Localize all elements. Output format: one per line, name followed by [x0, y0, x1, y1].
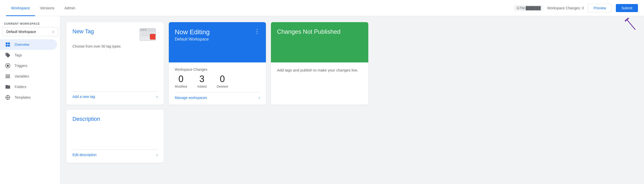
tag-red-overlay [150, 34, 156, 40]
svg-rect-9 [6, 76, 10, 77]
tab-versions[interactable]: Versions [35, 0, 60, 16]
sidebar-item-label-folders: Folders [15, 85, 26, 89]
overview-icon [5, 42, 11, 47]
now-editing-header: Now Editing Default Workspace ⋮ [169, 22, 266, 62]
folders-icon [5, 84, 11, 90]
description-title: Description [72, 116, 158, 122]
nav-right: GTM-██████ Workspace Changes: 3 Preview … [514, 4, 638, 12]
content-area: New Tag [60, 16, 644, 184]
svg-rect-5 [8, 45, 10, 47]
tags-icon [5, 52, 11, 58]
svg-rect-4 [6, 45, 8, 47]
browser-icon [140, 28, 156, 41]
dot2 [143, 29, 144, 30]
now-editing-title: Now Editing [175, 28, 210, 36]
modified-count: 0 [175, 75, 187, 84]
changes-header: Changes Not Published [271, 22, 368, 62]
svg-line-1 [627, 20, 635, 30]
sidebar-item-overview[interactable]: Overview [0, 39, 57, 50]
modified-label: Modified [175, 85, 187, 88]
workspace-changes-title: Workspace Changes [175, 67, 260, 71]
chevron-right-icon: › [259, 96, 260, 100]
changes-stats: 0 Modified 3 Added 0 Deleted [175, 75, 260, 88]
tag-icon [140, 28, 158, 42]
sidebar-item-variables[interactable]: Variables [0, 71, 57, 82]
new-tag-card: New Tag [66, 22, 164, 105]
nav-tabs: Workspace Versions Admin [6, 0, 80, 16]
workspace-changes-count: Workspace Changes: 3 [547, 6, 584, 10]
svg-rect-3 [8, 43, 10, 44]
now-editing-card: Now Editing Default Workspace ⋮ Workspac… [169, 22, 266, 105]
variables-icon [5, 73, 11, 79]
chevron-right-icon: › [53, 29, 54, 34]
changes-body: Add tags and publish to make your change… [271, 62, 368, 105]
now-editing-text: Now Editing Default Workspace [175, 28, 210, 42]
changes-not-published-card: Changes Not Published Add tags and publi… [271, 22, 368, 105]
chevron-right-icon: › [156, 95, 158, 99]
new-tag-header: New Tag [72, 28, 158, 42]
browser-bar [140, 28, 155, 31]
preview-button[interactable]: Preview [588, 4, 612, 12]
templates-icon [5, 95, 11, 100]
manage-workspaces-link[interactable]: Manage workspaces › [175, 92, 260, 100]
now-editing-subtitle: Default Workspace [175, 37, 210, 42]
tab-workspace[interactable]: Workspace [6, 0, 35, 16]
sidebar-item-triggers[interactable]: Triggers [0, 60, 57, 71]
triggers-icon [5, 63, 11, 68]
changes-body-text: Add tags and publish to make your change… [277, 67, 362, 73]
gtm-id: GTM-██████ [514, 5, 543, 11]
description-card: Description Edit description › [66, 110, 164, 163]
sidebar-item-label-variables: Variables [15, 74, 29, 78]
sidebar-item-folders[interactable]: Folders [0, 82, 57, 92]
main-layout: CURRENT WORKSPACE Default Workspace › Ov… [0, 16, 644, 184]
deleted-label: Deleted [217, 85, 228, 88]
added-count: 3 [197, 75, 207, 84]
deleted-count: 0 [217, 75, 228, 84]
chevron-right-icon: › [156, 153, 158, 157]
sidebar-nav: Overview Tags Triggers [0, 39, 60, 103]
tab-admin[interactable]: Admin [59, 0, 80, 16]
svg-rect-10 [6, 78, 10, 78]
dot3 [145, 29, 146, 30]
sidebar-item-label-templates: Templates [15, 95, 31, 99]
svg-rect-2 [6, 43, 8, 44]
sidebar-item-tags[interactable]: Tags [0, 50, 57, 60]
add-new-tag-link[interactable]: Add a new tag › [72, 91, 158, 99]
changes-title: Changes Not Published [277, 28, 340, 35]
current-workspace-label: CURRENT WORKSPACE [0, 20, 60, 26]
added-label: Added [197, 85, 207, 88]
workspace-selector-name: Default Workspace [6, 30, 36, 34]
edit-description-link[interactable]: Edit description › [72, 150, 158, 157]
sidebar-item-label-overview: Overview [15, 43, 29, 47]
added-stat: 3 Added [197, 75, 207, 88]
dot1 [141, 29, 142, 30]
svg-rect-8 [6, 75, 10, 76]
sidebar: CURRENT WORKSPACE Default Workspace › Ov… [0, 16, 60, 184]
deleted-stat: 0 Deleted [217, 75, 228, 88]
new-tag-title: New Tag [72, 28, 94, 35]
sidebar-item-templates[interactable]: Templates [0, 92, 57, 103]
now-editing-body: Workspace Changes 0 Modified 3 Added 0 D [169, 62, 266, 105]
cards-grid: New Tag [66, 22, 368, 163]
modified-stat: 0 Modified [175, 75, 187, 88]
submit-button[interactable]: Submit [616, 4, 638, 12]
sidebar-item-label-tags: Tags [15, 53, 22, 57]
sidebar-item-label-triggers: Triggers [15, 64, 27, 68]
more-options-icon[interactable]: ⋮ [254, 28, 260, 35]
top-navigation: Workspace Versions Admin GTM-██████ Work… [0, 0, 644, 16]
new-tag-description: Choose from over 50 tag types [72, 44, 158, 49]
workspace-selector[interactable]: Default Workspace › [2, 27, 58, 36]
svg-point-7 [7, 64, 9, 67]
